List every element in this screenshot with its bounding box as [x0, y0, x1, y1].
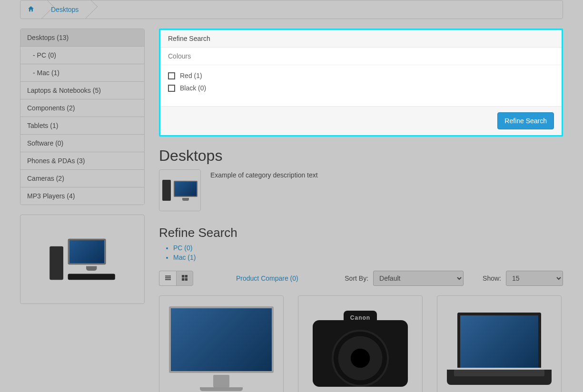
category-list: Desktops (13) - PC (0) - Mac (1) Laptops…	[20, 29, 145, 205]
refine-search-button[interactable]: Refine Search	[497, 112, 554, 129]
laptop-illustration	[447, 313, 552, 385]
sidebar-item-label: MP3 Players (4)	[27, 192, 75, 200]
monitor-illustration	[169, 306, 274, 391]
refine-panel-footer: Refine Search	[160, 106, 562, 135]
svg-rect-1	[165, 277, 171, 278]
refine-link-pc[interactable]: PC (0)	[173, 244, 563, 252]
svg-rect-4	[185, 275, 188, 277]
sidebar-item-label: Components (2)	[27, 104, 75, 112]
sidebar-item-mac[interactable]: - Mac (1)	[20, 64, 144, 81]
product-compare-link[interactable]: Product Compare (0)	[236, 274, 298, 282]
svg-rect-0	[165, 275, 171, 276]
svg-rect-2	[165, 279, 171, 280]
breadcrumb-label: Desktops	[51, 6, 79, 13]
sidebar-item-desktops[interactable]: Desktops (13)	[20, 29, 144, 46]
refine-panel-title: Refine Search	[160, 30, 562, 48]
show-label: Show:	[483, 274, 501, 282]
refine-option-label: Black (0)	[180, 84, 206, 92]
sort-label-text: Sort By:	[345, 274, 368, 282]
view-list-button[interactable]	[159, 271, 176, 286]
sidebar-promo-image[interactable]	[20, 215, 145, 304]
sidebar-item-label: - Mac (1)	[33, 69, 59, 77]
desktop-illustration	[49, 239, 115, 280]
sidebar-item-label: Phones & PDAs (3)	[27, 157, 85, 165]
compare-link-label: Product Compare (0)	[236, 274, 298, 282]
product-card-laptop[interactable]	[437, 295, 562, 392]
sidebar-item-label: Laptops & Notebooks (5)	[27, 87, 101, 94]
refine-link-label: PC (0)	[173, 244, 192, 252]
page-title-text: Desktops	[159, 147, 222, 164]
camera-illustration: Canon	[308, 306, 413, 392]
product-toolbar: Product Compare (0) Sort By: Default Sho…	[159, 271, 563, 286]
sidebar: Desktops (13) - PC (0) - Mac (1) Laptops…	[20, 29, 145, 304]
desktop-illustration	[162, 180, 198, 201]
svg-rect-3	[182, 275, 184, 277]
sort-by-select[interactable]: Default	[373, 271, 464, 286]
breadcrumb-item[interactable]: Desktops	[44, 0, 88, 19]
sort-by-label: Sort By:	[345, 274, 368, 282]
refine-group-label: Colours	[160, 48, 562, 65]
checkbox-icon	[168, 72, 175, 79]
refine-option-label: Red (1)	[180, 72, 202, 79]
product-grid: Canon	[159, 295, 563, 392]
refine-link-mac[interactable]: Mac (1)	[173, 254, 563, 261]
show-group: Show: 15	[483, 271, 563, 286]
checkbox-icon	[168, 85, 175, 92]
refine-option-red[interactable]: Red (1)	[168, 72, 554, 79]
breadcrumb-home[interactable]	[20, 0, 44, 19]
sidebar-item-phones[interactable]: Phones & PDAs (3)	[20, 152, 144, 169]
grid-icon	[181, 274, 188, 283]
refine-section-title-text: Refine Search	[159, 225, 237, 240]
sidebar-item-components[interactable]: Components (2)	[20, 99, 144, 117]
sidebar-item-cameras[interactable]: Cameras (2)	[20, 169, 144, 187]
category-description: Example of category description text	[210, 169, 318, 179]
sidebar-item-label: Software (0)	[27, 139, 63, 147]
refine-link-list: PC (0) Mac (1)	[173, 244, 563, 261]
sidebar-item-label: Cameras (2)	[27, 175, 64, 182]
view-toggle	[159, 271, 193, 286]
home-icon	[27, 5, 35, 14]
refine-button-label: Refine Search	[504, 117, 547, 125]
show-select[interactable]: 15	[506, 271, 563, 286]
sidebar-item-label: - PC (0)	[33, 51, 56, 59]
sidebar-item-laptops[interactable]: Laptops & Notebooks (5)	[20, 81, 144, 99]
sidebar-item-pc[interactable]: - PC (0)	[20, 46, 144, 64]
breadcrumb: Desktops	[20, 0, 563, 19]
refine-panel-title-text: Refine Search	[168, 35, 210, 42]
view-grid-button[interactable]	[176, 271, 193, 286]
sidebar-item-label: Tablets (1)	[27, 122, 58, 129]
svg-rect-5	[182, 278, 184, 280]
show-label-text: Show:	[483, 274, 501, 282]
sidebar-item-mp3[interactable]: MP3 Players (4)	[20, 187, 144, 205]
page-title: Desktops	[159, 147, 563, 165]
list-icon	[164, 274, 172, 283]
refine-section-title: Refine Search	[159, 225, 563, 240]
svg-rect-6	[185, 278, 188, 280]
sidebar-item-software[interactable]: Software (0)	[20, 134, 144, 152]
sidebar-item-tablets[interactable]: Tablets (1)	[20, 117, 144, 134]
sidebar-item-label: Desktops (13)	[27, 34, 69, 41]
sort-group: Sort By: Default Show: 15	[345, 271, 563, 286]
category-thumbnail[interactable]	[159, 169, 201, 211]
refine-group-label-text: Colours	[168, 52, 191, 60]
product-card-camera[interactable]: Canon	[298, 295, 423, 392]
product-card-monitor[interactable]	[159, 295, 284, 392]
main-content: Refine Search Colours Red (1) Black (0)	[159, 29, 563, 392]
refine-link-label: Mac (1)	[173, 254, 196, 261]
refine-search-panel-highlight: Refine Search Colours Red (1) Black (0)	[159, 29, 563, 137]
refine-option-black[interactable]: Black (0)	[168, 84, 554, 92]
refine-options: Red (1) Black (0)	[160, 65, 562, 106]
refine-search-panel: Refine Search Colours Red (1) Black (0)	[160, 30, 562, 135]
category-description-text: Example of category description text	[210, 171, 318, 179]
